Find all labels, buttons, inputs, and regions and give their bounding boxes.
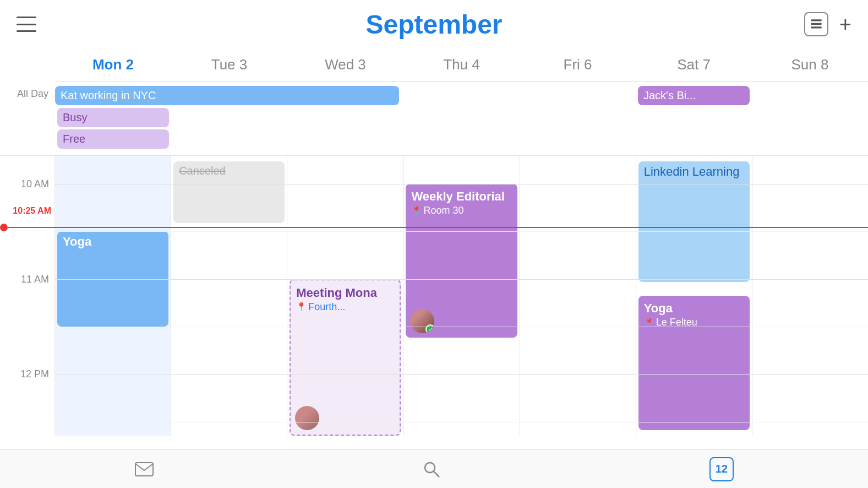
svg-rect-2 xyxy=(811,26,822,28)
tab-mail[interactable] xyxy=(134,462,154,477)
time-col: 10:25 AM 10 AM 11 AM 12 PM xyxy=(0,156,55,436)
yoga-sat-event[interactable]: Yoga 📍 Le Felteu xyxy=(638,296,750,430)
top-bar-right: + xyxy=(804,12,851,36)
page-title: September xyxy=(365,9,502,40)
meeting-mona-location: 📍 Fourth... xyxy=(296,301,394,313)
allday-col-thu xyxy=(403,84,520,153)
allday-col-mon: Kat working in NYC Busy Free xyxy=(55,84,171,153)
allday-label: All Day xyxy=(0,84,55,100)
tab-search[interactable] xyxy=(423,460,440,478)
hour-line-10 xyxy=(55,184,868,185)
half-line-1130 xyxy=(55,327,868,327)
current-time-label: 10:25 AM xyxy=(13,206,51,216)
half-line-1030 xyxy=(55,231,868,232)
allday-col-sat: Jack's Bi... xyxy=(636,84,752,153)
meeting-mona-avatar xyxy=(295,406,319,430)
allday-cols: Kat working in NYC Busy Free Jack's Bi..… xyxy=(55,84,868,153)
day-header-fri[interactable]: Fri 6 xyxy=(520,48,636,81)
calendar-grid: 10:25 AM 10 AM 11 AM 12 PM xyxy=(0,156,868,436)
app-container: September + Mon 2 Tue 3 Wed 3 Thu 4 Fri … xyxy=(0,0,868,488)
day-col-mon: Yoga xyxy=(55,156,171,436)
list-view-button[interactable] xyxy=(804,12,828,36)
allday-col-sun xyxy=(752,84,868,153)
time-10am: 10 AM xyxy=(21,178,49,189)
day-header-sun[interactable]: Sun 8 xyxy=(752,48,868,81)
day-header-sat[interactable]: Sat 7 xyxy=(636,48,752,81)
tab-calendar[interactable]: 12 xyxy=(709,457,734,481)
tab-bar: 12 xyxy=(0,449,868,488)
current-time-bar xyxy=(8,227,868,228)
weekly-editorial-location: 📍 Room 30 xyxy=(411,205,511,216)
top-bar: September + xyxy=(0,0,868,48)
free-event[interactable]: Free xyxy=(57,129,169,149)
current-time-line xyxy=(0,224,868,231)
weekly-editorial-event[interactable]: Weekly Editorial 📍 Room 30 ✓ xyxy=(406,184,517,338)
day-col-tue: Canceled xyxy=(171,156,287,436)
grid-area: Yoga Canceled Meeting Mona 📍 Fourth... xyxy=(55,156,868,436)
allday-col-fri xyxy=(520,84,636,153)
avatar-checkmark: ✓ xyxy=(425,324,434,333)
add-button[interactable]: + xyxy=(839,14,851,35)
canceled-event[interactable]: Canceled xyxy=(173,161,285,223)
hour-line-11 xyxy=(55,279,868,280)
svg-point-4 xyxy=(425,463,435,473)
allday-row: All Day Kat working in NYC Busy Free xyxy=(0,82,868,156)
day-col-sat: Linkedin Learning Yoga 📍 Le Felteu xyxy=(636,156,752,436)
calendar-icon: 12 xyxy=(709,457,734,481)
day-header-thu[interactable]: Thu 4 xyxy=(403,48,520,81)
day-header-mon[interactable]: Mon 2 xyxy=(55,48,171,81)
day-col-wed: Meeting Mona 📍 Fourth... xyxy=(287,156,403,436)
hour-line-12 xyxy=(55,374,868,375)
svg-rect-3 xyxy=(135,463,153,476)
half-line-1230 xyxy=(55,422,868,422)
meeting-mona-event[interactable]: Meeting Mona 📍 Fourth... xyxy=(290,279,401,436)
linkedin-learning-event[interactable]: Linkedin Learning xyxy=(638,161,750,281)
menu-button[interactable] xyxy=(17,17,36,32)
day-col-thu: Weekly Editorial 📍 Room 30 ✓ xyxy=(403,156,520,436)
time-11am: 11 AM xyxy=(21,273,49,285)
weekly-editorial-avatar: ✓ xyxy=(410,309,434,333)
current-time-dot xyxy=(0,224,8,231)
jacks-bi-event[interactable]: Jack's Bi... xyxy=(638,86,750,105)
avatar-img: ✓ xyxy=(410,309,434,333)
day-col-sun xyxy=(752,156,868,436)
day-col-fri xyxy=(520,156,636,436)
svg-rect-0 xyxy=(811,19,822,21)
svg-line-5 xyxy=(434,471,439,477)
day-header-tue[interactable]: Tue 3 xyxy=(171,48,287,81)
day-header-wed[interactable]: Wed 3 xyxy=(287,48,403,81)
day-headers: Mon 2 Tue 3 Wed 3 Thu 4 Fri 6 Sat 7 Sun … xyxy=(55,48,868,82)
busy-event[interactable]: Busy xyxy=(57,108,169,127)
time-12pm: 12 PM xyxy=(20,368,49,380)
kat-working-event[interactable]: Kat working in NYC xyxy=(55,86,399,105)
svg-rect-1 xyxy=(811,23,822,25)
